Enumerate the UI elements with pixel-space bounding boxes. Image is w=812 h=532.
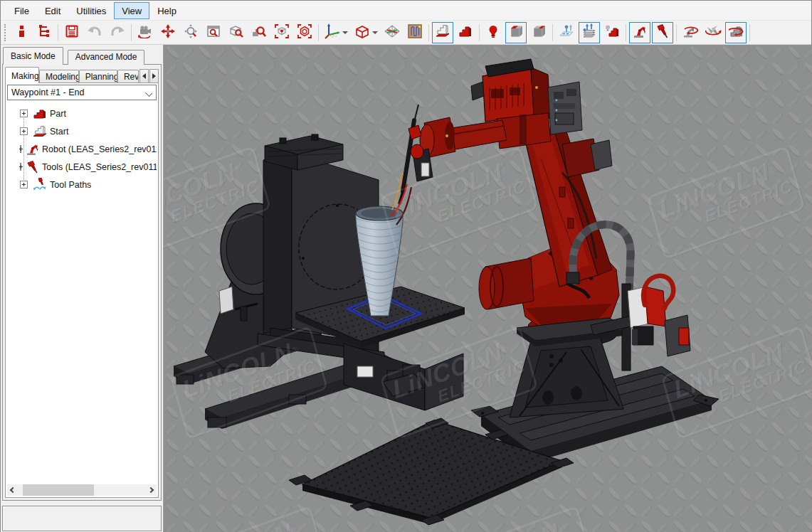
torch-icon [655, 23, 670, 42]
scene-tree: Part Start Robot (LEAS_S [7, 102, 157, 484]
tab-advanced-mode[interactable]: Advanced Mode [68, 50, 145, 65]
expand-icon[interactable] [20, 110, 28, 117]
zoom-extents-button[interactable] [226, 22, 247, 43]
show-light-button[interactable] [483, 22, 504, 43]
expand-icon[interactable] [20, 145, 21, 153]
pan-view-button[interactable] [157, 22, 179, 43]
focus-part-button[interactable] [271, 22, 292, 43]
toolbar-separator [58, 24, 58, 41]
tree-horizontal-scrollbar[interactable] [7, 484, 157, 496]
scrollbar-right-arrow[interactable] [145, 484, 157, 496]
workflow-tabs: Making Modeling Planning Rev [5, 67, 159, 83]
zoom-window-icon [206, 24, 221, 41]
show-start-icon [435, 24, 450, 41]
show-robot-toggle[interactable] [629, 22, 650, 43]
rotate-robot-button[interactable] [680, 22, 701, 43]
bottom-panel [2, 506, 162, 531]
focus-hexagon-button[interactable] [294, 22, 315, 43]
tree-item-tool-paths[interactable]: Tool Paths [7, 176, 157, 193]
toolbar-grip[interactable] [4, 24, 7, 41]
tree-item-robot[interactable]: Robot (LEAS_Series2_rev0115 [7, 140, 157, 158]
zoom-dynamic-icon [184, 24, 198, 41]
tools-icon [26, 160, 40, 174]
dropdown-caret [342, 31, 348, 34]
waypoint-dropdown-value: Waypoint #1 - End [11, 87, 84, 97]
toolbar-separator [676, 24, 677, 41]
tree-item-start[interactable]: Start [7, 122, 157, 140]
zoom-cube-icon [228, 24, 244, 41]
tool-paths-icon [32, 178, 48, 192]
project-tree-button[interactable] [33, 22, 55, 43]
redo-icon [110, 24, 125, 41]
waypoint-dropdown[interactable]: Waypoint #1 - End [7, 85, 157, 100]
orbit-camera-icon [137, 24, 153, 41]
tree-item-label: Tool Paths [50, 180, 91, 190]
project-tree-icon [37, 24, 51, 41]
tab-basic-mode[interactable]: Basic Mode [3, 47, 63, 65]
pan-icon [161, 24, 175, 41]
show-part-icon [458, 24, 473, 41]
menu-view[interactable]: View [114, 2, 149, 19]
part-preview-button[interactable] [601, 22, 623, 43]
show-part-button[interactable] [455, 22, 476, 43]
zoom-selected-button[interactable] [248, 22, 270, 43]
tab-scroll-right-button[interactable] [149, 69, 159, 83]
workflow-steps-button[interactable] [11, 22, 32, 43]
surface-mesh-button[interactable] [381, 22, 403, 43]
layer-growth-toggle[interactable] [579, 22, 600, 43]
robot-arm-icon [632, 23, 648, 42]
scrollbar-track[interactable] [19, 484, 145, 496]
waypoint-pin-button[interactable] [556, 22, 577, 43]
menu-file[interactable]: File [6, 2, 37, 19]
show-slices-toggle[interactable] [505, 22, 527, 43]
expand-icon[interactable] [20, 127, 28, 135]
view-cube-button[interactable] [352, 22, 380, 43]
making-tab-page: Waypoint #1 - End Part [5, 83, 159, 498]
tab-scroll-left-button[interactable] [139, 69, 149, 83]
save-icon [65, 24, 79, 41]
scrollbar-thumb[interactable] [23, 484, 94, 496]
tab-review[interactable]: Rev [117, 70, 139, 83]
zoom-dynamic-button[interactable] [180, 22, 201, 43]
scene-render [164, 45, 812, 532]
toolpath-pattern-button[interactable] [404, 22, 426, 43]
tree-item-label: Tools (LEAS_Series2_rev0115 [42, 162, 157, 172]
expand-icon[interactable] [20, 181, 28, 188]
rotate-part-toggle[interactable] [725, 22, 747, 43]
show-tools-toggle[interactable] [652, 22, 673, 43]
slabs-icon [531, 24, 547, 41]
redo-button[interactable] [107, 22, 128, 43]
chevron-right-icon [148, 487, 154, 493]
rotate-tool-button[interactable] [702, 22, 724, 43]
tab-modeling[interactable]: Modeling [39, 70, 79, 83]
menu-help[interactable]: Help [149, 2, 184, 19]
tab-planning[interactable]: Planning [79, 70, 117, 83]
show-start-toggle[interactable] [432, 22, 453, 43]
save-button[interactable] [61, 22, 83, 43]
tab-making[interactable]: Making [5, 67, 39, 83]
slices-icon [508, 24, 524, 41]
light-bulb-icon [486, 24, 500, 41]
zoom-selected-icon [251, 24, 267, 41]
expand-icon[interactable] [20, 163, 21, 171]
axis-triad-button[interactable] [322, 22, 350, 43]
menu-utilities[interactable]: Utilities [68, 2, 114, 19]
toolbar-separator [131, 24, 132, 41]
surface-mesh-icon [384, 23, 401, 42]
show-slabs-button[interactable] [528, 22, 549, 43]
menu-edit[interactable]: Edit [37, 2, 68, 19]
rotate-robot-icon [682, 23, 699, 42]
dropdown-caret [372, 31, 378, 34]
orbit-view-button[interactable] [135, 22, 156, 43]
workflow-steps-icon [14, 24, 28, 41]
tree-item-label: Robot (LEAS_Series2_rev0115 [42, 144, 157, 154]
tree-item-tools[interactable]: Tools (LEAS_Series2_rev0115 [7, 158, 157, 176]
scrollbar-left-arrow[interactable] [7, 484, 19, 496]
viewport-3d[interactable]: LiNCOLN®ELECTRIC LiNCOLN®ELECTRIC LiNCOL… [164, 45, 812, 532]
undo-button[interactable] [84, 22, 105, 43]
focus-hexagon-icon [297, 23, 312, 42]
zoom-window-button[interactable] [203, 22, 224, 43]
tree-item-part[interactable]: Part [7, 105, 157, 122]
scroll-right-icon [152, 73, 156, 79]
rotate-part-icon [727, 23, 744, 42]
